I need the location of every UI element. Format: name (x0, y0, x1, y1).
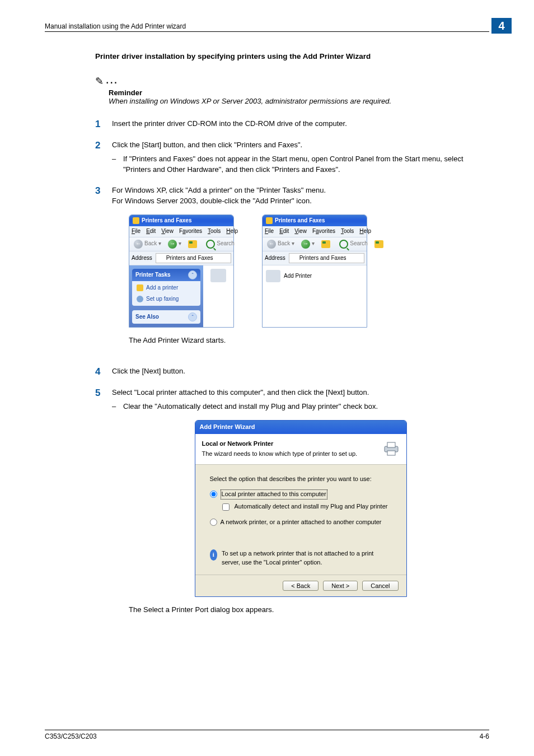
option-local-printer[interactable]: Local printer attached to this computer (210, 489, 392, 500)
wizard-info-text: To set up a network printer that is not … (222, 549, 392, 567)
printer-icon (133, 217, 139, 224)
cancel-button[interactable]: Cancel (362, 581, 398, 591)
menu-favorites[interactable]: Favorites (312, 227, 335, 236)
option-auto-detect[interactable]: Automatically detect and install my Plug… (220, 502, 392, 512)
step-result: The Select a Printer Port dialog box app… (129, 605, 489, 615)
step-3: 3 For Windows XP, click "Add a printer" … (95, 185, 489, 356)
printer-tasks-header[interactable]: Printer Tasksˆ (132, 269, 200, 281)
add-printer-icon (266, 270, 280, 282)
reminder-text: When installing on Windows XP or Server … (109, 97, 489, 105)
radio-local[interactable] (210, 491, 217, 498)
folder-up-icon (188, 240, 197, 248)
step-body: Select "Local printer attached to this c… (112, 388, 369, 396)
menu-tools[interactable]: Tools (341, 227, 354, 236)
menu-tools[interactable]: Tools (208, 227, 221, 236)
step-number: 1 (95, 119, 112, 130)
menu-edit[interactable]: Edit (279, 227, 289, 236)
step-1: 1 Insert the printer driver CD-ROM into … (95, 119, 489, 130)
step-body: Click the [Next] button. (112, 366, 489, 377)
step-number: 2 (95, 140, 112, 175)
folders-icon (374, 240, 383, 248)
wizard-header-subtitle: The wizard needs to know which type of p… (202, 450, 358, 457)
back-button[interactable]: ←Back ▾ (265, 239, 297, 249)
checkbox-auto-detect[interactable] (222, 503, 229, 511)
menu-file[interactable]: File (132, 227, 140, 236)
next-button[interactable]: Next > (323, 581, 358, 591)
dash-icon: – (112, 402, 123, 412)
radio-network[interactable] (210, 519, 217, 526)
menu-file[interactable]: File (265, 227, 274, 236)
search-button[interactable]: Search (337, 239, 370, 249)
search-icon (206, 240, 215, 249)
menu-favorites[interactable]: Favorites (179, 227, 202, 236)
set-up-faxing-link[interactable]: Set up faxing (137, 295, 196, 304)
window-title-bar[interactable]: Printers and Faxes (263, 215, 367, 227)
step-sub: If "Printers and Faxes" does not appear … (123, 154, 489, 175)
printer-tasks-panel: Printer Tasksˆ Add a printer Set up faxi… (132, 269, 200, 306)
menu-bar[interactable]: File Edit View Favorites Tools Help (263, 226, 367, 237)
svg-rect-2 (387, 451, 395, 455)
menu-help[interactable]: Help (226, 227, 238, 236)
printer-icon (292, 255, 297, 261)
chapter-badge: 4 (491, 18, 512, 34)
screenshot-add-printer-wizard: Add Printer Wizard Local or Network Prin… (195, 420, 407, 597)
menu-view[interactable]: View (161, 227, 174, 236)
menu-view[interactable]: View (294, 227, 307, 236)
forward-button[interactable]: → ▾ (299, 239, 317, 249)
search-icon (339, 240, 348, 249)
menu-bar[interactable]: File Edit View Favorites Tools Help (129, 226, 233, 237)
toolbar: ←Back ▾ → ▾ Search (263, 237, 367, 251)
step-number: 4 (95, 366, 112, 377)
menu-help[interactable]: Help (359, 227, 371, 236)
up-button[interactable] (319, 240, 332, 249)
screenshot-printers-xp: Printers and Faxes File Edit View Favori… (129, 214, 234, 328)
window-title-bar[interactable]: Printers and Faxes (129, 215, 233, 227)
window-title: Printers and Faxes (275, 217, 325, 225)
back-button[interactable]: ←Back ▾ (132, 239, 163, 249)
printer-item[interactable] (205, 269, 231, 282)
back-arrow-icon: ← (134, 240, 143, 249)
step-body: Insert the printer driver CD-ROM into th… (112, 119, 489, 130)
step-body: Click the [Start] button, and then click… (112, 141, 302, 149)
forward-arrow-icon: → (168, 240, 177, 249)
reminder-block: ✎ ... Reminder When installing on Window… (95, 74, 489, 105)
breadcrumb: Manual installation using the Add Printe… (45, 22, 186, 30)
add-a-printer-link[interactable]: Add a printer (137, 284, 196, 292)
address-label: Address (265, 254, 285, 263)
printer-icon (158, 255, 164, 261)
section-title: Printer driver installation by specifyin… (95, 52, 489, 60)
ellipsis-icon: ... (106, 76, 118, 85)
window-title: Printers and Faxes (142, 217, 191, 225)
option-network-printer[interactable]: A network printer, or a printer attached… (210, 518, 392, 527)
up-button[interactable] (186, 240, 199, 249)
footer-page: 4-6 (480, 732, 489, 740)
back-arrow-icon: ← (267, 240, 276, 249)
forward-button[interactable]: → ▾ (166, 239, 184, 249)
search-button[interactable]: Search (204, 239, 237, 249)
fax-icon (137, 296, 143, 302)
note-icon: ✎ (95, 76, 104, 87)
wizard-prompt: Select the option that describes the pri… (210, 475, 392, 484)
footer-model: C353/C253/C203 (45, 732, 97, 740)
info-icon: i (210, 549, 217, 561)
svg-rect-1 (387, 442, 395, 447)
add-printer-label: Add Printer (284, 272, 312, 281)
reminder-title: Reminder (109, 88, 489, 97)
forward-arrow-icon: → (301, 240, 310, 249)
step-body-line1: For Windows XP, click "Add a printer" on… (112, 185, 489, 196)
step-4: 4 Click the [Next] button. (95, 366, 489, 377)
add-printer-item[interactable]: Add Printer (266, 270, 312, 282)
printer-icon (266, 217, 273, 224)
address-field[interactable]: Printers and Faxes (289, 253, 364, 264)
chevron-up-icon: ˆ (188, 270, 197, 279)
folder-up-icon (321, 240, 330, 248)
address-field[interactable]: Printers and Faxes (156, 253, 231, 264)
folders-button[interactable] (372, 240, 386, 249)
printer-icon (137, 284, 143, 291)
wizard-title-bar[interactable]: Add Printer Wizard (195, 421, 406, 434)
back-button[interactable]: < Back (283, 581, 318, 591)
address-label: Address (132, 254, 152, 263)
see-also-panel[interactable]: See Also ˆ (132, 310, 200, 324)
menu-edit[interactable]: Edit (146, 227, 156, 236)
step-number: 5 (95, 388, 112, 625)
